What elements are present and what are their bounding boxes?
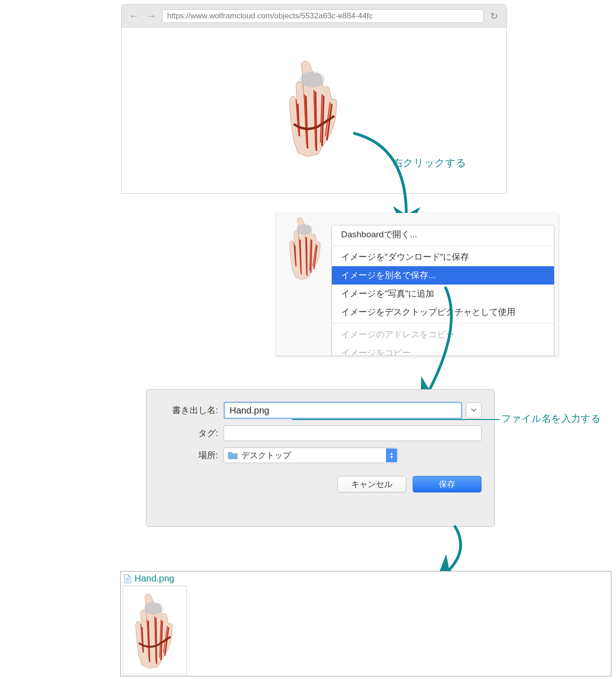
save-dialog: 書き出し名: タグ: 場所: デスクトップ ▲▼ キャンセル 保存 [146,389,495,527]
tags-label: タグ: [159,427,224,439]
menu-item-copy-address: イメージのアドレスをコピー [332,325,554,344]
save-button[interactable]: 保存 [413,476,482,492]
arrow-icon [427,523,482,578]
svg-point-0 [300,71,325,87]
location-label: 場所: [159,449,224,461]
hand-anatomy-image[interactable] [273,55,355,161]
menu-item-save-as[interactable]: イメージを別名で保存... [332,266,554,285]
file-thumbnail[interactable] [123,586,187,675]
menu-separator [332,323,554,324]
filename-input[interactable] [224,402,462,419]
file-name-label: Hand.png [134,573,174,584]
hand-anatomy-image [279,213,332,285]
result-file-panel: Hand.png [120,571,611,677]
select-arrows-icon: ▲▼ [386,448,397,462]
cancel-button[interactable]: キャンセル [337,476,406,492]
menu-item-copy-image: イメージをコピー [332,344,554,355]
filename-label: 書き出し名: [159,404,224,416]
svg-point-6 [144,602,163,615]
annotation-enter-filename: ファイル名を入力する [501,412,601,425]
menu-item-desktop-picture[interactable]: イメージをデスクトップピクチャとして使用 [332,303,554,321]
file-header: Hand.png [121,571,611,586]
menu-item-dashboard[interactable]: Dashboardで開く... [332,225,554,244]
tags-input[interactable] [224,425,482,441]
browser-toolbar: ← → https://www.wolframcloud.com/objects… [122,5,506,28]
forward-button[interactable]: → [145,10,158,22]
back-button[interactable]: ← [127,10,141,22]
context-menu-panel: Dashboardで開く... イメージを"ダウンロード"に保存 イメージを別名… [276,213,558,355]
svg-point-1 [297,224,313,235]
folder-icon [228,451,238,459]
url-bar[interactable]: https://www.wolframcloud.com/objects/553… [162,9,484,23]
context-menu: Dashboardで開く... イメージを"ダウンロード"に保存 イメージを別名… [331,225,554,355]
reload-button[interactable]: ↻ [487,11,501,22]
menu-item-save-downloads[interactable]: イメージを"ダウンロード"に保存 [332,248,554,266]
location-value: デスクトップ [241,450,291,461]
menu-item-add-photos[interactable]: イメージを"写真"に追加 [332,285,554,303]
chevron-down-icon [471,408,476,412]
location-select[interactable]: デスクトップ ▲▼ [224,448,398,463]
expand-dropdown-button[interactable] [466,403,482,418]
annotation-right-click: 右クリックする [393,156,466,170]
document-icon [123,574,132,583]
menu-separator [332,246,554,246]
